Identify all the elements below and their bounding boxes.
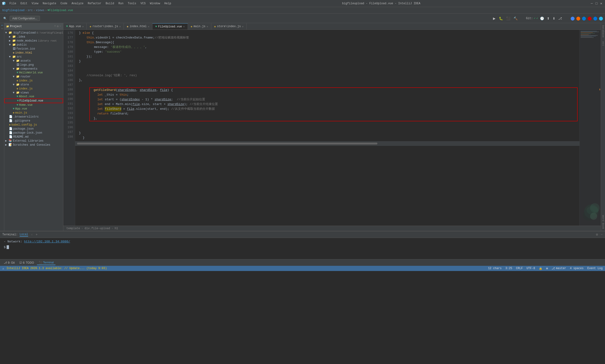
opera-icon[interactable]: ⬤	[588, 16, 592, 21]
todo-tool-button[interactable]: ☑ 6: TODO	[17, 260, 36, 265]
fileupload-tab-close[interactable]: ✕	[183, 25, 185, 28]
tree-about[interactable]: ▼ About.vue	[4, 95, 63, 98]
scrollbar-thumb[interactable]	[77, 143, 377, 144]
menu-help[interactable]: Help	[163, 1, 173, 6]
tree-public[interactable]: ▼ 📁 public	[4, 43, 63, 47]
html-tab-close[interactable]: ✕	[148, 25, 149, 28]
menu-tools[interactable]: Tools	[126, 1, 138, 6]
horizontal-scrollbar[interactable]	[75, 141, 579, 146]
project-collapse-icon[interactable]: –	[60, 25, 61, 28]
tab-fileupload[interactable]: ▼ FileUpload.vue ✕	[152, 23, 188, 29]
tree-root[interactable]: ▼ 📁 bigfileupload E:\vue\bigfileupload	[4, 31, 63, 35]
git-history-button[interactable]: 🕐	[539, 16, 545, 21]
tree-app-vue[interactable]: ▼ App.vue	[4, 107, 63, 111]
tree-scratches[interactable]: ▶ 📝 Scratches and Consoles	[4, 143, 63, 147]
chrome-icon[interactable]: ⬤	[570, 16, 575, 21]
menu-navigate[interactable]: Navigate	[41, 1, 58, 6]
terminal-tool-button[interactable]: ⬛ Terminal	[37, 260, 55, 265]
menu-build[interactable]: Build	[104, 1, 116, 6]
menu-vcs[interactable]: VCS	[139, 1, 147, 6]
project-add-icon[interactable]: +	[54, 25, 56, 28]
maximize-button[interactable]: □	[595, 2, 598, 5]
tree-components[interactable]: ▼ 📁 components	[4, 67, 63, 71]
project-icon[interactable]: 1	[0, 24, 4, 26]
path-part-0[interactable]: template	[66, 227, 80, 230]
status-chars[interactable]: 12 chars	[488, 267, 502, 270]
tree-router[interactable]: ▼ 📁 router	[4, 75, 63, 78]
tree-babel[interactable]: ◈ babel.config.js	[4, 123, 63, 127]
tree-package-lock[interactable]: 📄 package-lock.json	[4, 131, 63, 135]
tree-node-modules[interactable]: ▶ 📁 node_modules library root	[4, 39, 63, 43]
tree-views[interactable]: ▼ 📁 views	[4, 91, 63, 95]
git-push-button[interactable]: ⬆	[546, 16, 551, 21]
tree-store[interactable]: ▼ 📁 store	[4, 83, 63, 87]
minimize-button[interactable]: ─	[590, 2, 594, 5]
app-vue-tab-close[interactable]: ✕	[82, 25, 84, 28]
tree-assets[interactable]: ▼ 📁 assets	[4, 59, 63, 63]
att-tab[interactable]: Att	[601, 39, 605, 48]
router-tab-close[interactable]: ✕	[119, 25, 121, 28]
ie-icon[interactable]: ⬤	[593, 16, 597, 21]
tree-readme[interactable]: 📄 README.md	[4, 135, 63, 139]
terminal-local-tab[interactable]: Local	[20, 233, 28, 236]
status-line-ending[interactable]: CRLF	[516, 267, 523, 270]
toolbar-search-btn[interactable]: 🔍	[2, 16, 8, 21]
menu-window[interactable]: Window	[148, 1, 161, 6]
status-position[interactable]: 3:25	[505, 267, 512, 270]
menu-file[interactable]: File	[8, 1, 18, 6]
git-tool-button[interactable]: ⎇ 9: Git	[2, 260, 16, 265]
debug-button[interactable]: 🐛	[498, 16, 504, 21]
tree-router-index[interactable]: ◈ index.js	[4, 78, 63, 83]
menu-run[interactable]: Run	[117, 1, 125, 6]
word-book-tab[interactable]: Word Book	[601, 213, 605, 231]
tree-gitignore[interactable]: 📄 .gitignore	[4, 119, 63, 123]
terminal-minimize-button[interactable]: –	[601, 233, 603, 236]
tree-external-libs[interactable]: ▶ 📚 External Libraries	[4, 139, 63, 143]
edge-icon[interactable]: ⬤	[582, 16, 586, 21]
git-pull-button[interactable]: ⬇	[551, 16, 556, 21]
git-branch-button[interactable]: ⎇	[557, 16, 563, 21]
terminal-settings-button[interactable]: ⚙	[596, 233, 598, 236]
code-content[interactable]: } else { this .videoUrl = checkIndexData…	[75, 30, 579, 226]
status-warning-text[interactable]: IntelliJ IDEA 2020.1.3 available: // Upd…	[6, 267, 107, 270]
main-js-tab-close[interactable]: ✕	[206, 25, 208, 28]
add-config-button[interactable]: Add Configuration...	[10, 16, 40, 21]
tree-logo[interactable]: 🖼 logo.png	[4, 63, 63, 67]
breadcrumb-part-0[interactable]: bigfileupload	[2, 9, 25, 12]
menu-analyze[interactable]: Analyze	[70, 1, 85, 6]
tree-home[interactable]: ▼ Home.vue	[4, 103, 63, 107]
tree-browserslistrc[interactable]: 📄 .browserslistrc	[4, 115, 63, 119]
status-encoding[interactable]: UTF-8	[526, 267, 535, 270]
tree-store-index[interactable]: ◈ index.js	[4, 87, 63, 91]
tab-index-html[interactable]: ◈ index.html ✕	[124, 23, 152, 29]
breadcrumb-part-2[interactable]: views	[36, 9, 44, 12]
project-settings-icon[interactable]: ⚙	[57, 25, 59, 28]
tree-favicon[interactable]: 🖼 favicon.ico	[4, 47, 63, 51]
tree-index-html[interactable]: ◈ index.html	[4, 51, 63, 55]
breadcrumb-part-3[interactable]: FileUpload.vue	[49, 9, 73, 12]
tree-fileupload[interactable]: ▼ FileUpload.vue	[4, 98, 63, 103]
tab-router-index[interactable]: ◈ router\index.js ✕	[87, 23, 124, 29]
terminal-add-tab-button[interactable]: +	[36, 233, 38, 236]
path-part-2[interactable]: h1	[115, 227, 118, 230]
build-button[interactable]: 🔨	[513, 16, 519, 21]
close-button[interactable]: ✕	[599, 2, 603, 5]
event-log[interactable]: Event Log	[587, 267, 603, 270]
store-tab-close[interactable]: ✕	[242, 25, 244, 28]
safari-icon[interactable]: ⬤	[599, 16, 603, 21]
tab-app-vue[interactable]: ▼ App.vue ✕	[63, 23, 87, 29]
menu-edit[interactable]: Edit	[19, 1, 29, 6]
path-part-1[interactable]: div.file-upload	[85, 227, 110, 230]
tree-main-js[interactable]: ◈ main.js	[4, 111, 63, 115]
firefox-icon[interactable]: ⬤	[576, 16, 580, 21]
tab-store-index[interactable]: ◈ store\index.js ✕	[211, 23, 247, 29]
tab-main-js[interactable]: ◈ main.js ✕	[188, 23, 211, 29]
menu-code[interactable]: Code	[59, 1, 69, 6]
breadcrumb-part-1[interactable]: src	[28, 9, 33, 12]
git-branch-status[interactable]: ⎇ master	[551, 267, 566, 270]
tree-package[interactable]: 📄 package.json	[4, 127, 63, 131]
tree-idea[interactable]: ▶ 📁 .idea	[4, 35, 63, 39]
run-button[interactable]: ▶	[492, 16, 496, 21]
menu-refactor[interactable]: Refactor	[86, 1, 103, 6]
tree-helloworld[interactable]: ▼ HelloWorld.vue	[4, 71, 63, 75]
